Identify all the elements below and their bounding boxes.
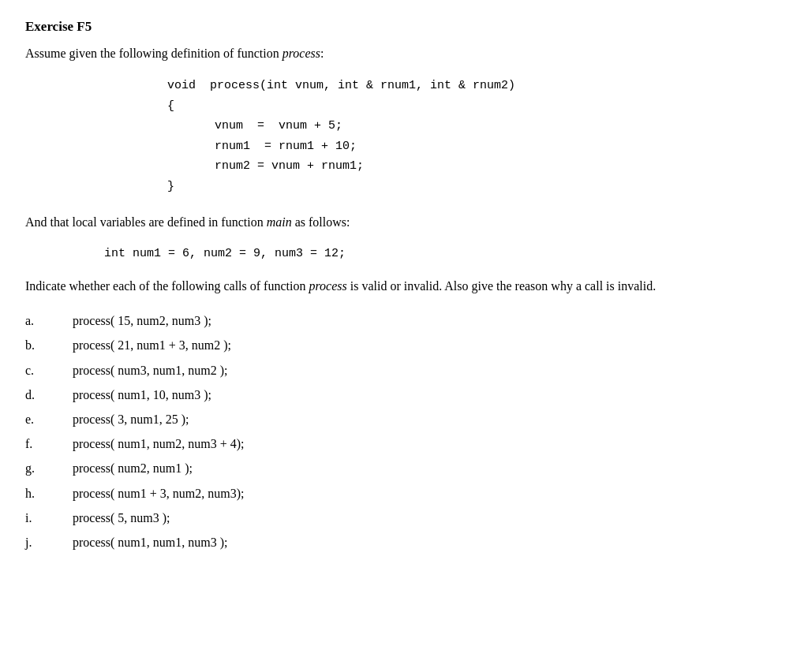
call-label: f. <box>25 433 73 454</box>
indicate-text: Indicate whether each of the following c… <box>25 279 305 293</box>
indicate-rest: is valid or invalid. Also give the reaso… <box>350 279 656 293</box>
function-open: { <box>167 96 783 117</box>
function-line1: vnum = vnum + 5; <box>215 116 783 136</box>
call-label: h. <box>25 483 73 504</box>
intro-italic: process <box>282 47 320 60</box>
call-code: process( num1, 10, num3 ); <box>73 384 211 405</box>
call-code: process( 3, num1, 25 ); <box>73 409 189 430</box>
function-signature: void process(int vnum, int & rnum1, int … <box>167 76 783 96</box>
call-label: b. <box>25 334 73 356</box>
function-close: } <box>167 177 783 197</box>
list-item: e.process( 3, num1, 25 ); <box>25 409 783 430</box>
call-code: process( num3, num1, num2 ); <box>73 360 227 381</box>
list-item: d.process( num1, 10, num3 ); <box>25 384 783 405</box>
variables-rest: as follows: <box>295 215 350 229</box>
call-code: process( 5, num3 ); <box>73 507 170 528</box>
list-item: b.process( 21, num1 + 3, num2 ); <box>25 334 783 356</box>
call-label: g. <box>25 457 73 479</box>
list-item: g.process( num2, num1 ); <box>25 457 783 479</box>
call-code: process( 21, num1 + 3, num2 ); <box>73 334 231 356</box>
exercise-title: Exercise F5 <box>25 19 783 35</box>
call-code: process( num1 + 3, num2, num3); <box>73 483 244 504</box>
intro-text: Assume given the following definition of… <box>25 47 279 60</box>
variables-intro: And that local variables are defined in … <box>25 215 264 229</box>
intro-colon: : <box>320 47 324 60</box>
call-label: e. <box>25 409 73 430</box>
list-item: h.process( num1 + 3, num2, num3); <box>25 483 783 504</box>
call-label: a. <box>25 310 73 331</box>
intro-paragraph: Assume given the following definition of… <box>25 44 783 63</box>
list-item: c.process( num3, num1, num2 ); <box>25 360 783 381</box>
call-code: process( 15, num2, num3 ); <box>73 310 211 331</box>
list-item: f.process( num1, num2, num3 + 4); <box>25 433 783 454</box>
list-item: i.process( 5, num3 ); <box>25 507 783 528</box>
call-label: c. <box>25 360 73 381</box>
indicate-paragraph: Indicate whether each of the following c… <box>25 276 783 297</box>
call-code: process( num1, num1, num3 ); <box>73 532 227 553</box>
variables-line: int num1 = 6, num2 = 9, num3 = 12; <box>104 247 783 260</box>
variables-paragraph: And that local variables are defined in … <box>25 212 783 233</box>
list-item: a.process( 15, num2, num3 ); <box>25 310 783 331</box>
function-line3: rnum2 = vnum + rnum1; <box>215 156 783 177</box>
indicate-italic: process <box>309 279 346 293</box>
call-label: d. <box>25 384 73 405</box>
call-code: process( num2, num1 ); <box>73 457 193 479</box>
call-code: process( num1, num2, num3 + 4); <box>73 433 244 454</box>
variables-italic: main <box>267 215 292 229</box>
function-line2: rnum1 = rnum1 + 10; <box>215 136 783 157</box>
code-block: void process(int vnum, int & rnum1, int … <box>167 76 783 196</box>
list-item: j.process( num1, num1, num3 ); <box>25 532 783 553</box>
calls-list: a.process( 15, num2, num3 );b.process( 2… <box>25 310 783 553</box>
call-label: i. <box>25 507 73 528</box>
call-label: j. <box>25 532 73 553</box>
